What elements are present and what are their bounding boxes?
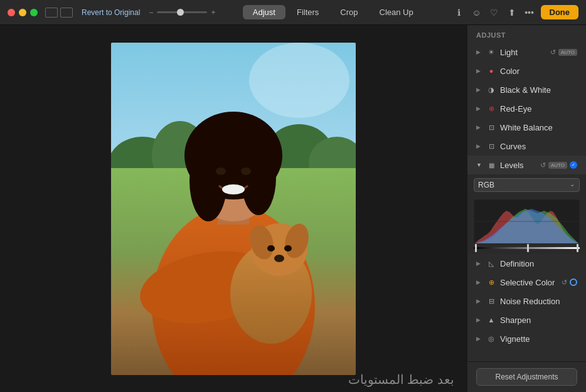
- tab-adjust[interactable]: Adjust: [243, 5, 285, 19]
- chevron-right-icon: ▶: [476, 87, 482, 93]
- levels-input-slider[interactable]: [474, 246, 580, 250]
- noise-reduction-icon: ⊟: [486, 296, 496, 306]
- selective-color-reset-icon[interactable]: ↺: [562, 278, 567, 287]
- sidebar-item-black-white[interactable]: ▶ ◑ Black & White: [467, 80, 586, 99]
- right-panel: ADJUST ▶ ☀ Light ↺ AUTO ▶ ● Color ▶ ◑ Bl…: [467, 25, 586, 392]
- color-icon: ●: [486, 66, 496, 76]
- histogram-svg: [474, 199, 580, 243]
- svg-point-1: [249, 43, 349, 118]
- sidebar-item-curves[interactable]: ▶ ⊡ Curves: [467, 137, 586, 156]
- zoom-in-icon[interactable]: +: [211, 8, 215, 17]
- chevron-right-icon: ▶: [476, 68, 482, 74]
- sidebar-item-light[interactable]: ▶ ☀ Light ↺ AUTO: [467, 43, 586, 61]
- traffic-lights: [8, 9, 38, 16]
- title-right-actions: ℹ ☺ ♡ ⬆ ••• Done: [453, 5, 579, 19]
- svg-point-16: [216, 167, 226, 175]
- info-icon[interactable]: ℹ: [453, 6, 466, 19]
- light-auto-badge[interactable]: AUTO: [558, 49, 577, 56]
- sidebar-item-definition[interactable]: ▶ ◺ Definition: [467, 254, 586, 273]
- maximize-button[interactable]: [30, 9, 38, 16]
- selective-color-icon: ⊕: [486, 277, 496, 287]
- adjust-list: ▶ ☀ Light ↺ AUTO ▶ ● Color ▶ ◑ Black & W…: [467, 43, 586, 361]
- sidebar-item-noise-reduction[interactable]: ▶ ⊟ Noise Reduction: [467, 292, 586, 310]
- close-button[interactable]: [8, 9, 15, 16]
- sidebar-item-vignette[interactable]: ▶ ◎ Vignette: [467, 329, 586, 348]
- levels-label: Levels: [500, 161, 540, 170]
- color-label: Color: [500, 66, 577, 76]
- light-reset-icon[interactable]: ↺: [550, 48, 556, 56]
- more-options-icon[interactable]: •••: [523, 6, 536, 19]
- done-button[interactable]: Done: [541, 5, 579, 19]
- sharpen-label: Sharpen: [500, 315, 577, 325]
- sidebar-item-selective-color[interactable]: ▶ ⊕ Selective Color ↺: [467, 273, 586, 292]
- definition-icon: ◺: [486, 258, 496, 268]
- chevron-right-icon: ▶: [476, 124, 482, 130]
- red-eye-label: Red-Eye: [500, 104, 577, 114]
- sidebar-item-white-balance[interactable]: ▶ ⊡ White Balance: [467, 118, 586, 137]
- emoji-icon[interactable]: ☺: [471, 6, 483, 19]
- chevron-right-icon: ▶: [476, 298, 482, 304]
- vignette-icon: ◎: [486, 334, 496, 344]
- sidebar-item-levels[interactable]: ▼ ▦ Levels ↺ AUTO ✓: [467, 156, 586, 174]
- photo-svg: [111, 43, 356, 375]
- levels-panel: RGB Red Green Blue ⌄: [467, 174, 586, 254]
- tab-filters[interactable]: Filters: [287, 5, 329, 19]
- split-view-icon[interactable]: [60, 8, 73, 18]
- selective-color-label: Selective Color: [500, 278, 559, 287]
- minimize-button[interactable]: [19, 9, 26, 16]
- bottom-caption: بعد ضبط المستويات: [348, 372, 454, 387]
- selective-color-dot[interactable]: [570, 278, 577, 286]
- reset-adjustments-button[interactable]: Reset Adjustments: [476, 368, 577, 386]
- rgb-channel-selector[interactable]: RGB Red Green Blue: [474, 178, 580, 192]
- definition-label: Definition: [500, 259, 577, 268]
- chevron-right-icon: ▶: [476, 279, 482, 285]
- red-eye-icon: ⊕: [486, 103, 496, 114]
- chevron-right-icon: ▶: [476, 317, 482, 323]
- window-view-icons: [45, 8, 73, 18]
- chevron-down-icon: ▼: [476, 162, 482, 168]
- svg-point-17: [241, 167, 251, 175]
- nav-tabs: Adjust Filters Crop Clean Up: [243, 5, 424, 19]
- chevron-right-icon: ▶: [476, 143, 482, 149]
- black-white-label: Black & White: [500, 85, 577, 95]
- zoom-out-icon[interactable]: −: [149, 8, 153, 17]
- sharpen-icon: ▲: [486, 315, 496, 325]
- photo-area: [0, 25, 467, 392]
- vignette-label: Vignette: [500, 334, 577, 344]
- zoom-slider[interactable]: − +: [149, 8, 215, 17]
- light-label: Light: [500, 48, 548, 57]
- tab-clean-up[interactable]: Clean Up: [370, 5, 424, 19]
- svg-point-15: [241, 140, 276, 215]
- chevron-right-icon: ▶: [476, 336, 482, 342]
- sidebar-item-color[interactable]: ▶ ● Color: [467, 61, 586, 80]
- levels-midpoint[interactable]: [527, 244, 529, 252]
- levels-track[interactable]: [474, 247, 580, 249]
- noise-reduction-label: Noise Reduction: [500, 297, 577, 306]
- zoom-thumb[interactable]: [177, 9, 184, 16]
- black-white-icon: ◑: [486, 85, 496, 95]
- levels-reset-icon[interactable]: ↺: [540, 161, 546, 169]
- levels-black-point[interactable]: [475, 244, 477, 252]
- svg-point-24: [284, 245, 292, 252]
- svg-point-25: [274, 255, 284, 262]
- svg-point-14: [189, 140, 227, 221]
- tab-crop[interactable]: Crop: [330, 5, 368, 19]
- revert-to-original-button[interactable]: Revert to Original: [82, 8, 140, 17]
- white-balance-label: White Balance: [500, 123, 577, 132]
- curves-label: Curves: [500, 142, 577, 151]
- titlebar: Revert to Original − + Adjust Filters Cr…: [0, 0, 586, 25]
- sidebar-item-sharpen[interactable]: ▶ ▲ Sharpen: [467, 310, 586, 329]
- sidebar-item-red-eye[interactable]: ▶ ⊕ Red-Eye: [467, 99, 586, 118]
- levels-white-point[interactable]: [577, 244, 578, 252]
- single-view-icon[interactable]: [45, 8, 58, 18]
- photo-frame: [111, 43, 356, 375]
- share-icon[interactable]: ⬆: [506, 6, 518, 19]
- levels-enabled-check[interactable]: ✓: [570, 161, 577, 169]
- heart-icon[interactable]: ♡: [488, 6, 501, 19]
- svg-point-18: [222, 184, 245, 194]
- curves-icon: ⊡: [486, 141, 496, 151]
- main-content: ADJUST ▶ ☀ Light ↺ AUTO ▶ ● Color ▶ ◑ Bl…: [0, 25, 586, 392]
- zoom-track[interactable]: [157, 11, 207, 13]
- svg-point-23: [267, 245, 275, 252]
- levels-auto-badge[interactable]: AUTO: [548, 162, 567, 169]
